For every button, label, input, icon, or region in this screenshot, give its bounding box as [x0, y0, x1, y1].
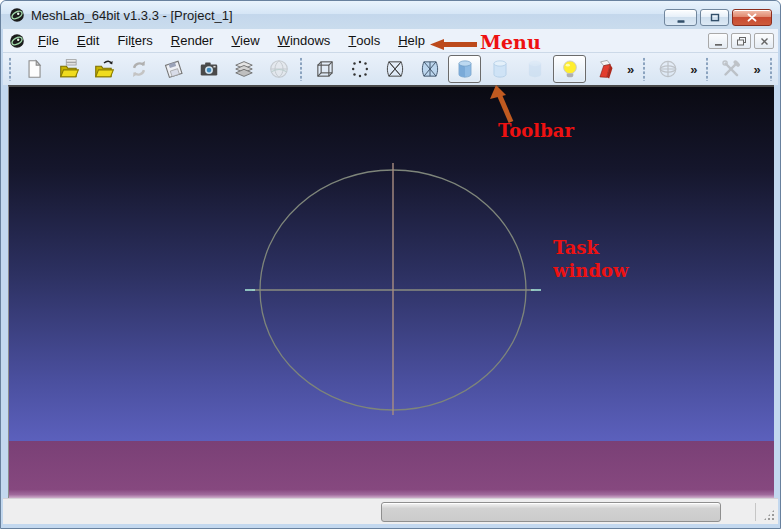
save-icon	[163, 58, 185, 80]
points-icon	[349, 58, 371, 80]
menu-render[interactable]: Render	[162, 29, 223, 52]
menubar: FileEditFiltersRenderViewWindowsToolsHel…	[3, 29, 778, 53]
trackball-gizmo	[9, 87, 775, 443]
window-title: MeshLab_64bit v1.3.3 - [Project_1]	[31, 8, 233, 23]
web-icon	[268, 58, 290, 80]
layers-icon	[233, 58, 255, 80]
titlebar-buttons	[664, 9, 772, 26]
import-mesh-button[interactable]	[87, 55, 120, 83]
import-mesh-icon	[93, 58, 115, 80]
minimize-icon	[673, 11, 689, 25]
minimize-icon	[712, 35, 725, 48]
mdi-close-button[interactable]	[754, 33, 774, 49]
bbox-button[interactable]	[308, 55, 341, 83]
mdi-minimize-button[interactable]	[708, 33, 728, 49]
wireframe-icon	[384, 58, 406, 80]
viewport-bottom-band	[9, 441, 774, 498]
task-window-annotation-label: Task window	[553, 237, 629, 282]
restore-icon	[735, 35, 748, 48]
smooth-shading-button[interactable]	[483, 55, 516, 83]
menu-file[interactable]: File	[29, 29, 68, 52]
open-project-button[interactable]	[52, 55, 85, 83]
trackball-globe-icon	[657, 58, 679, 80]
titlebar[interactable]: MeshLab_64bit v1.3.3 - [Project_1]	[1, 1, 780, 29]
smooth-shading-icon	[489, 58, 511, 80]
mdi-window-buttons	[708, 33, 774, 49]
light-button[interactable]	[553, 55, 586, 83]
backface-icon	[594, 58, 616, 80]
menu-items: FileEditFiltersRenderViewWindowsToolsHel…	[29, 29, 434, 52]
toolbar-drag-handle[interactable]	[299, 57, 303, 81]
hidden-lines-icon	[419, 58, 441, 80]
menu-tools[interactable]: Tools	[339, 29, 389, 52]
toolbar-overflow-chevron[interactable]: »	[685, 62, 702, 77]
layers-button[interactable]	[227, 55, 260, 83]
save-button[interactable]	[157, 55, 190, 83]
menu-windows[interactable]: Windows	[269, 29, 340, 52]
menu-annotation-arrow-icon	[429, 38, 479, 51]
new-document-icon	[23, 58, 45, 80]
snapshot-icon	[198, 58, 220, 80]
close-button[interactable]	[732, 9, 772, 26]
toolbar-drag-handle[interactable]	[8, 57, 12, 81]
menu-view[interactable]: View	[222, 29, 268, 52]
snapshot-button[interactable]	[192, 55, 225, 83]
toolbar-drag-handle[interactable]	[705, 57, 709, 81]
mdi-restore-button[interactable]	[731, 33, 751, 49]
wireframe-button[interactable]	[378, 55, 411, 83]
maximize-button[interactable]	[700, 9, 729, 26]
progress-bar	[381, 502, 721, 522]
edit-tools-button	[714, 55, 747, 83]
resize-grip-icon[interactable]	[763, 509, 775, 521]
menu-edit[interactable]: Edit	[68, 29, 108, 52]
toolbar-drag-handle[interactable]	[769, 57, 773, 81]
mdi-document-icon	[9, 33, 25, 49]
toolbar-annotation-arrow-icon	[487, 85, 521, 125]
points-button[interactable]	[343, 55, 376, 83]
toolbar-drag-handle[interactable]	[642, 57, 646, 81]
bbox-icon	[314, 58, 336, 80]
viewport-canvas[interactable]	[8, 85, 774, 498]
web-button	[262, 55, 295, 83]
toolbar: »»»	[3, 53, 778, 85]
maximize-icon	[707, 11, 723, 25]
close-icon	[744, 11, 760, 25]
flat-shading-button[interactable]	[448, 55, 481, 83]
toolbar-annotation-label: Toolbar	[498, 120, 574, 143]
menu-filters[interactable]: Filters	[108, 29, 161, 52]
new-document-button[interactable]	[17, 55, 50, 83]
statusbar-separator	[755, 503, 756, 521]
meshlab-window: MeshLab_64bit v1.3.3 - [Project_1] FileE…	[0, 0, 781, 529]
texture-icon	[524, 58, 546, 80]
hidden-lines-button[interactable]	[413, 55, 446, 83]
toolbar-overflow-chevron[interactable]: »	[748, 62, 765, 77]
toolbar-overflow-chevron[interactable]: »	[622, 62, 639, 77]
trackball-globe-button	[651, 55, 684, 83]
edit-tools-icon	[720, 58, 742, 80]
flat-shading-icon	[454, 58, 476, 80]
reload-icon	[128, 58, 150, 80]
menu-help[interactable]: Help	[389, 29, 434, 52]
reload-button[interactable]	[122, 55, 155, 83]
close-icon	[758, 35, 771, 48]
open-project-icon	[58, 58, 80, 80]
texture-button	[518, 55, 551, 83]
backface-button[interactable]	[588, 55, 621, 83]
light-icon	[559, 58, 581, 80]
statusbar	[3, 498, 778, 524]
menu-annotation-label: Menu	[480, 31, 541, 55]
minimize-button[interactable]	[664, 9, 697, 26]
meshlab-logo-icon	[9, 7, 25, 23]
